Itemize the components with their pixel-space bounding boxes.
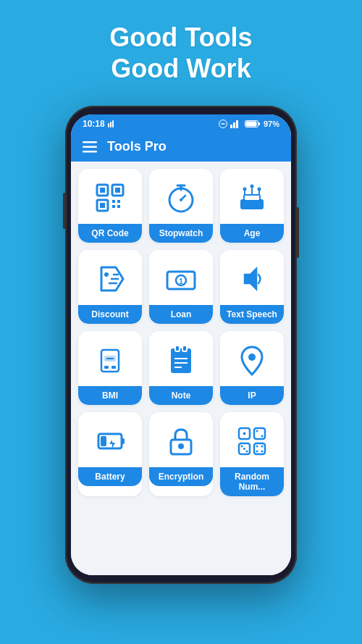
- svg-point-56: [248, 354, 256, 361]
- svg-rect-0: [108, 123, 109, 127]
- tool-icon-loan: 1: [149, 250, 213, 305]
- tool-card-encryption[interactable]: Encryption: [149, 412, 213, 496]
- svg-rect-7: [236, 120, 238, 128]
- svg-rect-49: [111, 366, 116, 369]
- svg-point-70: [243, 448, 245, 450]
- svg-rect-51: [175, 346, 180, 351]
- svg-rect-59: [101, 436, 106, 446]
- svg-rect-9: [258, 122, 260, 125]
- svg-rect-72: [254, 443, 265, 454]
- svg-rect-23: [117, 205, 120, 208]
- svg-marker-44: [245, 269, 256, 289]
- svg-rect-19: [100, 203, 105, 208]
- tool-label-random-num: Random Num...: [220, 467, 284, 496]
- tool-label-qr-code: QR Code: [78, 224, 142, 243]
- svg-rect-48: [104, 366, 109, 369]
- svg-rect-1: [110, 122, 111, 127]
- svg-rect-6: [233, 122, 235, 128]
- svg-text:1: 1: [179, 277, 183, 285]
- status-time: 10:18: [83, 119, 105, 129]
- tool-card-battery[interactable]: Battery: [78, 412, 142, 496]
- svg-point-71: [246, 451, 248, 453]
- tool-card-qr-code[interactable]: QR Code: [78, 169, 142, 243]
- battery-pct: 97%: [264, 120, 279, 128]
- svg-point-34: [243, 188, 247, 191]
- toolbar-title: Tools Pro: [107, 139, 167, 154]
- svg-point-76: [261, 451, 264, 453]
- svg-point-62: [178, 443, 184, 449]
- svg-rect-11: [83, 141, 97, 143]
- svg-rect-21: [117, 200, 120, 203]
- tool-grid-scroll[interactable]: QR Code Stopwatch Age: [71, 162, 291, 575]
- tool-icon-qr-code: [78, 169, 142, 224]
- svg-rect-5: [230, 125, 232, 128]
- tool-label-loan: Loan: [149, 305, 213, 324]
- tool-label-stopwatch: Stopwatch: [149, 224, 213, 243]
- svg-rect-10: [245, 122, 256, 127]
- tool-icon-discount: [78, 250, 142, 305]
- svg-point-35: [251, 185, 254, 188]
- svg-point-75: [256, 451, 258, 453]
- tool-label-bmi: BMI: [78, 386, 142, 405]
- tool-icon-age: [220, 169, 284, 224]
- svg-point-74: [261, 446, 264, 448]
- phone-wrapper: 10:18 97% Tools Pro: [65, 106, 297, 584]
- tool-label-note: Note: [149, 386, 213, 405]
- header-tagline: Good Tools Good Work: [109, 22, 252, 84]
- tool-icon-random-num: [220, 412, 284, 467]
- tool-label-encryption: Encryption: [149, 467, 213, 486]
- svg-rect-65: [254, 428, 265, 439]
- svg-rect-15: [100, 188, 105, 193]
- svg-rect-12: [83, 146, 97, 148]
- tool-card-random-num[interactable]: Random Num...: [220, 412, 284, 496]
- svg-point-37: [104, 272, 109, 277]
- tool-label-ip: IP: [220, 386, 284, 405]
- svg-point-66: [256, 430, 258, 432]
- tool-card-discount[interactable]: Discount: [78, 250, 142, 324]
- svg-rect-30: [244, 195, 260, 201]
- svg-point-36: [258, 188, 261, 191]
- tool-icon-battery: [78, 412, 142, 467]
- tool-icon-encryption: [149, 412, 213, 467]
- svg-rect-20: [112, 200, 115, 203]
- svg-point-67: [261, 435, 264, 438]
- tool-card-age[interactable]: Age: [220, 169, 284, 243]
- svg-point-73: [256, 446, 258, 448]
- tool-icon-stopwatch: [149, 169, 213, 224]
- tool-label-age: Age: [220, 224, 284, 243]
- svg-rect-52: [182, 346, 187, 351]
- svg-rect-17: [115, 188, 120, 193]
- svg-rect-58: [122, 438, 125, 444]
- tool-card-text-speech[interactable]: Text Speech: [220, 250, 284, 324]
- svg-rect-50: [171, 348, 191, 373]
- tool-icon-ip: [220, 331, 284, 386]
- tool-card-bmi[interactable]: BMI: [78, 331, 142, 405]
- tool-label-text-speech: Text Speech: [220, 305, 284, 324]
- tool-card-stopwatch[interactable]: Stopwatch: [149, 169, 213, 243]
- svg-rect-2: [112, 120, 114, 127]
- tool-card-ip[interactable]: IP: [220, 331, 284, 405]
- tool-card-note[interactable]: Note: [149, 331, 213, 405]
- svg-point-69: [241, 446, 243, 448]
- svg-point-64: [243, 432, 246, 435]
- tool-grid: QR Code Stopwatch Age: [78, 169, 284, 496]
- status-bar: 10:18 97%: [71, 114, 291, 132]
- tool-icon-note: [149, 331, 213, 386]
- tool-label-battery: Battery: [78, 467, 142, 486]
- svg-point-28: [180, 198, 182, 201]
- tool-icon-text-speech: [220, 250, 284, 305]
- menu-icon[interactable]: [83, 141, 97, 153]
- svg-rect-13: [83, 151, 97, 153]
- tool-icon-bmi: [78, 331, 142, 386]
- tool-card-loan[interactable]: 1 Loan: [149, 250, 213, 324]
- tool-label-discount: Discount: [78, 305, 142, 324]
- app-toolbar: Tools Pro: [71, 132, 291, 162]
- svg-rect-22: [112, 205, 115, 208]
